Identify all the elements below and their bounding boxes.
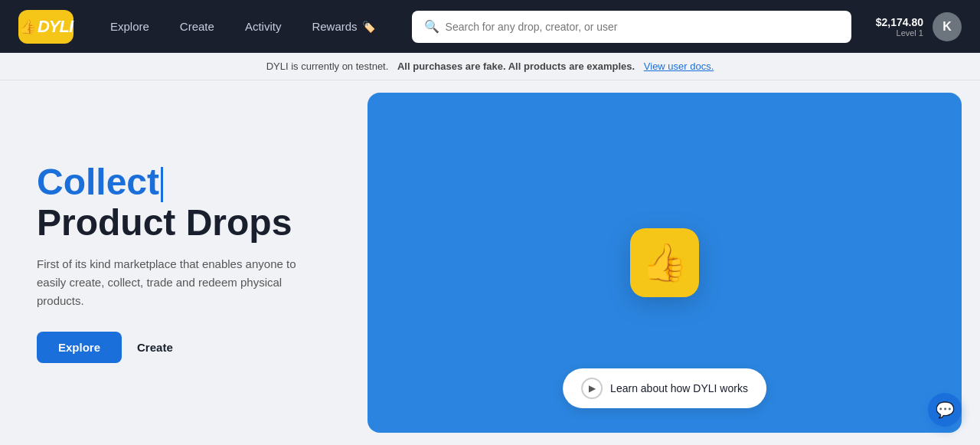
main-content: Collect Product Drops First of its kind … bbox=[0, 80, 980, 445]
nav-links: Explore Create Activity Rewards 🏷️ bbox=[98, 14, 387, 39]
logo-thumb-icon: 👍 bbox=[19, 18, 36, 35]
banner-link[interactable]: View user docs. bbox=[644, 61, 714, 72]
chat-button[interactable]: 💬 bbox=[928, 393, 962, 427]
user-balance-section: $2,174.80 Level 1 bbox=[876, 16, 923, 38]
hero-actions: Explore Create bbox=[37, 332, 331, 363]
learn-button[interactable]: ▶ Learn about how DYLI works bbox=[563, 368, 766, 408]
logo-text: DYLI bbox=[38, 17, 73, 37]
nav-item-create[interactable]: Create bbox=[168, 14, 227, 39]
create-button[interactable]: Create bbox=[137, 341, 173, 354]
thumbs-up-icon-box: 👍 bbox=[630, 228, 699, 297]
user-level: Level 1 bbox=[897, 28, 923, 38]
search-bar[interactable]: 🔍 bbox=[412, 11, 851, 43]
thumbs-up-icon: 👍 bbox=[642, 241, 688, 284]
chat-icon: 💬 bbox=[936, 401, 955, 419]
logo[interactable]: 👍 DYLI bbox=[18, 10, 74, 44]
hero-image: 👍 ▶ Learn about how DYLI works bbox=[368, 93, 962, 433]
learn-label: Learn about how DYLI works bbox=[610, 382, 748, 394]
testnet-banner: DYLI is currently on testnet. All purcha… bbox=[0, 53, 980, 80]
nav-item-explore[interactable]: Explore bbox=[98, 14, 162, 39]
user-balance: $2,174.80 bbox=[876, 16, 923, 28]
right-panel: 👍 ▶ Learn about how DYLI works 💬 bbox=[368, 80, 980, 445]
hero-description: First of its kind marketplace that enabl… bbox=[37, 255, 328, 310]
banner-prefix: DYLI is currently on testnet. bbox=[266, 61, 389, 72]
navbar: 👍 DYLI Explore Create Activity Rewards 🏷… bbox=[0, 0, 980, 53]
avatar[interactable]: K bbox=[933, 12, 962, 41]
search-input[interactable] bbox=[446, 21, 839, 33]
rewards-icon: 🏷️ bbox=[362, 21, 375, 33]
search-icon: 🔍 bbox=[424, 19, 439, 34]
nav-item-activity[interactable]: Activity bbox=[233, 14, 294, 39]
play-icon: ▶ bbox=[581, 378, 603, 399]
cursor-blink bbox=[161, 167, 163, 202]
hero-title-black: Product Drops bbox=[37, 202, 292, 243]
explore-button[interactable]: Explore bbox=[37, 332, 122, 363]
left-panel: Collect Product Drops First of its kind … bbox=[0, 80, 368, 445]
nav-item-rewards[interactable]: Rewards 🏷️ bbox=[299, 14, 387, 39]
banner-strong: All purchases are fake. All products are… bbox=[397, 61, 635, 72]
hero-title: Collect Product Drops bbox=[37, 162, 331, 244]
hero-title-blue: Collect bbox=[37, 162, 163, 202]
user-section: $2,174.80 Level 1 K bbox=[876, 12, 962, 41]
